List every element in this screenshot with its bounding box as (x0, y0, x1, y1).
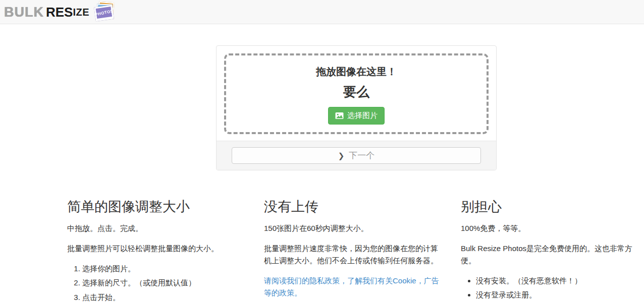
logo-photos-label: PHOTOS (94, 9, 114, 17)
list-item: 选择新的尺寸。（或使用默认值） (82, 277, 243, 288)
feature-title: 别担心 (461, 198, 636, 216)
feature-title: 简单的图像调整大小 (67, 198, 243, 216)
logo-text-res: RES (46, 5, 73, 20)
image-dropzone[interactable]: 拖放图像在这里！ 要么 选择图片 (224, 53, 489, 134)
list-item: 没有登录或注册。 (476, 289, 636, 300)
feature-subtitle: 100%免费，等等。 (461, 222, 636, 234)
list-item: 没有安装。（没有恶意软件！） (476, 275, 636, 286)
feature-subtitle: 150张图片在60秒内调整大小。 (264, 222, 440, 234)
list-item: 点击开始。 (82, 291, 243, 302)
benefits-list: 没有安装。（没有恶意软件！） 没有登录或注册。 第一次访问后离线工作。 (461, 275, 636, 302)
next-button[interactable]: ❯ 下一个 (232, 147, 481, 164)
upload-card-footer: ❯ 下一个 (217, 141, 496, 170)
privacy-link-wrap: 请阅读我们的隐私政策，了解我们有关Cookie，广告等的政策。 (264, 275, 440, 299)
feature-intro: 批量调整照片可以轻松调整批量图像的大小。 (67, 243, 243, 255)
feature-intro: Bulk Resize Photos是完全免费使用的。这也非常方便。 (461, 243, 636, 267)
dropzone-title: 拖放图像在这里！ (226, 65, 487, 79)
feature-easy-resize: 简单的图像调整大小 中拖放。点击。完成。 批量调整照片可以轻松调整批量图像的大小… (60, 191, 250, 302)
feature-no-uploading: 没有上传 150张图片在60秒内调整大小。 批量调整照片速度非常快，因为您的图像… (256, 191, 447, 302)
feature-title: 没有上传 (264, 198, 440, 216)
logo-text-bulk: BULK (4, 5, 44, 20)
feature-intro: 批量调整照片速度非常快，因为您的图像在您的计算机上调整大小。他们不会上传或传输到… (264, 243, 440, 267)
feature-dont-worry: 别担心 100%免费，等等。 Bulk Resize Photos是完全免费使用… (453, 191, 644, 302)
features-section: 简单的图像调整大小 中拖放。点击。完成。 批量调整照片可以轻松调整批量图像的大小… (60, 191, 644, 302)
logo-text-ize: IZE (73, 7, 89, 18)
upload-card: 拖放图像在这里！ 要么 选择图片 ❯ 下一个 (216, 45, 497, 170)
next-button-label: 下一个 (349, 150, 374, 161)
choose-images-label: 选择图片 (347, 111, 378, 120)
site-logo[interactable]: BULK RES IZE PHOTOS (4, 2, 117, 22)
chevron-right-icon: ❯ (338, 151, 345, 160)
privacy-policy-link[interactable]: 请阅读我们的隐私政策，了解我们有关Cookie，广告等的政策。 (264, 276, 439, 297)
choose-images-button[interactable]: 选择图片 (328, 107, 385, 125)
top-navbar: BULK RES IZE PHOTOS (0, 0, 644, 24)
photos-stack-icon: PHOTOS (93, 2, 117, 23)
feature-subtitle: 中拖放。点击。完成。 (67, 222, 243, 234)
steps-list: 选择你的图片。 选择新的尺寸。（或使用默认值） 点击开始。 (67, 263, 243, 302)
upload-card-body: 拖放图像在这里！ 要么 选择图片 (217, 46, 496, 142)
photo-card-purple: PHOTOS (94, 5, 114, 22)
list-item: 选择你的图片。 (82, 263, 243, 274)
picture-icon (335, 111, 344, 120)
dropzone-or-text: 要么 (226, 83, 487, 101)
